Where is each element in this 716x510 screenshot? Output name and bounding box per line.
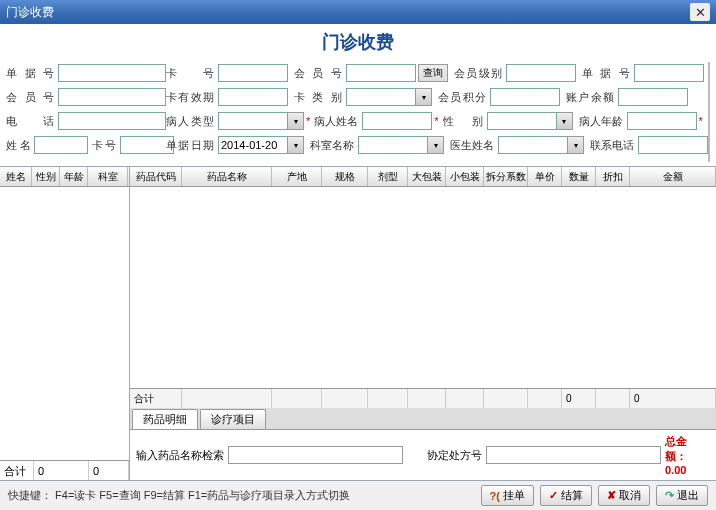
label-points: 会员积分 bbox=[438, 90, 490, 105]
col-code[interactable]: 药品代码 bbox=[130, 167, 182, 186]
content-pane: 药品代码 药品名称 产地 规格 剂型 大包装 小包装 拆分系数 单价 数量 折扣… bbox=[130, 167, 716, 480]
side-col-age[interactable]: 年龄 bbox=[60, 167, 88, 186]
label-name: 姓 名 bbox=[6, 138, 34, 153]
name-input[interactable] bbox=[34, 136, 88, 154]
side-col-gender[interactable]: 性别 bbox=[32, 167, 60, 186]
col-discount[interactable]: 折扣 bbox=[596, 167, 630, 186]
label-docno: 单 据 号 bbox=[582, 66, 634, 81]
col-spec[interactable]: 规格 bbox=[322, 167, 368, 186]
gender-dropdown-icon[interactable]: ▾ bbox=[557, 112, 573, 130]
side-grid-header: 姓名 性别 年龄 科室 bbox=[0, 167, 129, 187]
side-sum-v2: 0 bbox=[89, 461, 129, 480]
main-grid-header: 药品代码 药品名称 产地 规格 剂型 大包装 小包装 拆分系数 单价 数量 折扣… bbox=[130, 167, 716, 187]
col-name[interactable]: 药品名称 bbox=[182, 167, 272, 186]
points-input[interactable] bbox=[490, 88, 560, 106]
label-contact: 联系电话 bbox=[590, 138, 638, 153]
col-smallpkg[interactable]: 小包装 bbox=[446, 167, 484, 186]
required-icon: * bbox=[304, 115, 312, 127]
col-form[interactable]: 剂型 bbox=[368, 167, 408, 186]
question-icon: ?( bbox=[490, 490, 500, 502]
dept-input[interactable] bbox=[358, 136, 428, 154]
col-price[interactable]: 单价 bbox=[528, 167, 562, 186]
balance-input[interactable] bbox=[618, 88, 688, 106]
label-date: 单据日期 bbox=[166, 138, 218, 153]
side-col-name[interactable]: 姓名 bbox=[0, 167, 32, 186]
side-pane: 姓名 性别 年龄 科室 合计 0 0 bbox=[0, 167, 130, 480]
label-doctor: 医生姓名 bbox=[450, 138, 498, 153]
main-sum-label: 合计 bbox=[130, 389, 182, 408]
total-amount: 总金额：0.00 bbox=[665, 434, 702, 476]
doctor-input[interactable] bbox=[498, 136, 568, 154]
main-sum-amount: 0 bbox=[630, 389, 716, 408]
form-panel: 单据号 会员号 电 话 姓 名卡号 卡 号 会 员 号查询 会员级别 单 据 号… bbox=[0, 60, 716, 167]
label-pname: 病人姓名 bbox=[314, 114, 362, 129]
label-member: 会 员 号 bbox=[294, 66, 346, 81]
form-left: 单据号 会员号 电 话 姓 名卡号 bbox=[6, 62, 166, 162]
age-input[interactable] bbox=[627, 112, 697, 130]
expiry-input[interactable] bbox=[218, 88, 288, 106]
receipt-no-input[interactable] bbox=[58, 64, 166, 82]
tabs: 药品明细 诊疗项目 bbox=[130, 408, 716, 430]
col-origin[interactable]: 产地 bbox=[272, 167, 322, 186]
label-ptype: 病人类型 bbox=[166, 114, 218, 129]
col-bigpkg[interactable]: 大包装 bbox=[408, 167, 446, 186]
main-sum-row: 合计 0 0 bbox=[130, 388, 716, 408]
label-level: 会员级别 bbox=[454, 66, 506, 81]
search-input[interactable] bbox=[228, 446, 403, 464]
photo-placeholder bbox=[708, 62, 710, 162]
member-no-input[interactable] bbox=[58, 88, 166, 106]
exit-icon: ↷ bbox=[665, 489, 674, 502]
level-input[interactable] bbox=[506, 64, 576, 82]
member-input[interactable] bbox=[346, 64, 416, 82]
label-gender: 性 别 bbox=[443, 114, 487, 129]
ptype-dropdown-icon[interactable]: ▾ bbox=[288, 112, 304, 130]
close-button[interactable]: ✕ bbox=[690, 3, 710, 21]
main-grid-body[interactable] bbox=[130, 187, 716, 388]
side-sum-v1: 0 bbox=[34, 461, 89, 480]
footer: 快捷键： F4=读卡 F5=查询 F9=结算 F1=药品与诊疗项目录入方式切换 … bbox=[0, 480, 716, 510]
label-receipt-no: 单据号 bbox=[6, 66, 58, 81]
cardtype-dropdown-icon[interactable]: ▾ bbox=[416, 88, 432, 106]
side-grid-body[interactable] bbox=[0, 187, 129, 460]
col-qty[interactable]: 数量 bbox=[562, 167, 596, 186]
side-col-dept[interactable]: 科室 bbox=[88, 167, 128, 186]
form-mid: 卡 号 会 员 号查询 会员级别 单 据 号 卡有效期 卡 类 别▾ 会员积分 … bbox=[166, 62, 708, 162]
tab-drug-detail[interactable]: 药品明细 bbox=[132, 409, 198, 429]
docno-input[interactable] bbox=[634, 64, 704, 82]
label-age: 病人年龄 bbox=[579, 114, 627, 129]
contact-input[interactable] bbox=[638, 136, 708, 154]
col-split[interactable]: 拆分系数 bbox=[484, 167, 528, 186]
label-card: 卡 号 bbox=[166, 66, 218, 81]
cardtype-input[interactable] bbox=[346, 88, 416, 106]
cancel-button[interactable]: ✘取消 bbox=[598, 485, 650, 506]
date-dropdown-icon[interactable]: ▾ bbox=[288, 136, 304, 154]
card-input[interactable] bbox=[218, 64, 288, 82]
gender-input[interactable] bbox=[487, 112, 557, 130]
x-icon: ✘ bbox=[607, 489, 616, 502]
search-label: 输入药品名称检索 bbox=[136, 448, 224, 463]
title-bar[interactable]: 门诊收费 ✕ bbox=[0, 0, 716, 24]
app-window: 门诊收费 ✕ 门诊收费 单据号 会员号 电 话 姓 名卡号 卡 号 会 员 号查… bbox=[0, 0, 716, 510]
hold-button[interactable]: ?(挂单 bbox=[481, 485, 534, 506]
settle-button[interactable]: ✓结算 bbox=[540, 485, 592, 506]
doctor-dropdown-icon[interactable]: ▾ bbox=[568, 136, 584, 154]
rx-input[interactable] bbox=[486, 446, 661, 464]
side-sum: 合计 0 0 bbox=[0, 460, 129, 480]
page-title: 门诊收费 bbox=[322, 32, 394, 52]
body-area: 姓名 性别 年龄 科室 合计 0 0 药品代码 药品名称 产地 规格 bbox=[0, 167, 716, 480]
phone-input[interactable] bbox=[58, 112, 166, 130]
main-area: 单据号 会员号 电 话 姓 名卡号 卡 号 会 员 号查询 会员级别 单 据 号… bbox=[0, 60, 716, 510]
label-balance: 账户余额 bbox=[566, 90, 618, 105]
page-header: 门诊收费 bbox=[0, 24, 716, 60]
dept-dropdown-icon[interactable]: ▾ bbox=[428, 136, 444, 154]
date-input[interactable] bbox=[218, 136, 288, 154]
col-amount[interactable]: 金额 bbox=[630, 167, 716, 186]
query-button[interactable]: 查询 bbox=[418, 64, 448, 82]
check-icon: ✓ bbox=[549, 489, 558, 502]
label-expiry: 卡有效期 bbox=[166, 90, 218, 105]
pname-input[interactable] bbox=[362, 112, 432, 130]
ptype-input[interactable] bbox=[218, 112, 288, 130]
required-icon: * bbox=[432, 115, 440, 127]
tab-treatment[interactable]: 诊疗项目 bbox=[200, 409, 266, 429]
exit-button[interactable]: ↷退出 bbox=[656, 485, 708, 506]
